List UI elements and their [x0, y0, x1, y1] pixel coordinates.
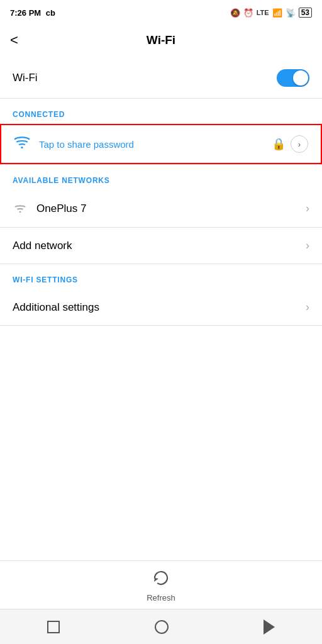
add-network-label: Add network — [13, 240, 72, 252]
connected-wifi-icon — [14, 136, 30, 152]
status-time-carrier: 7:26 PM cb — [10, 8, 55, 18]
nav-square-button[interactable] — [47, 621, 60, 633]
network-chevron: › — [306, 202, 309, 215]
nav-home-button[interactable] — [155, 620, 169, 634]
svg-point-0 — [21, 147, 23, 148]
network-name-oneplus: OnePlus 7 — [36, 203, 306, 215]
lte-icon: LTE — [257, 9, 269, 16]
additional-settings-row[interactable]: Additional settings › — [0, 289, 322, 325]
status-bar: 7:26 PM cb 🔕 ⏰ LTE 📶 📡 53 — [0, 0, 322, 23]
available-wifi-icon — [13, 201, 28, 216]
signal-icon: 📶 — [272, 8, 282, 18]
additional-settings-chevron: › — [306, 301, 309, 314]
status-time: 7:26 PM — [10, 8, 41, 18]
wifi-toggle-label: Wi-Fi — [13, 72, 38, 84]
divider-5 — [0, 325, 322, 326]
refresh-icon — [152, 569, 170, 592]
nav-back-button[interactable] — [264, 619, 275, 635]
wifi-toggle-row: Wi-Fi — [0, 58, 322, 98]
wifi-status-icon: 📡 — [286, 8, 296, 18]
bottom-bar: Refresh — [0, 560, 322, 609]
mute-icon: 🔕 — [230, 8, 240, 18]
wifi-settings-label: WI-FI SETTINGS — [0, 264, 322, 289]
refresh-label: Refresh — [147, 593, 175, 602]
back-button[interactable]: < — [10, 32, 18, 48]
nav-bar — [0, 609, 322, 644]
wifi-toggle[interactable] — [277, 69, 309, 87]
connected-network-row[interactable]: Tap to share password 🔒 › — [0, 124, 322, 164]
svg-point-1 — [19, 211, 21, 213]
lock-icon: 🔒 — [272, 137, 286, 151]
connected-chevron[interactable]: › — [291, 135, 308, 153]
connected-actions: 🔒 › — [272, 135, 308, 153]
available-section-label: AVAILABLE NETWORKS — [0, 165, 322, 190]
connected-network-name: Tap to share password — [39, 139, 272, 150]
status-icons: 🔕 ⏰ LTE 📶 📡 53 — [230, 8, 312, 18]
battery-icon: 53 — [299, 8, 312, 18]
network-row-oneplus[interactable]: OnePlus 7 › — [0, 190, 322, 227]
add-network-row[interactable]: Add network › — [0, 228, 322, 264]
additional-settings-label: Additional settings — [13, 301, 99, 314]
refresh-button[interactable]: Refresh — [147, 569, 175, 602]
header: < Wi-Fi — [0, 23, 322, 58]
connected-section-label: CONNECTED — [0, 99, 322, 124]
status-carrier: cb — [46, 8, 55, 18]
alarm-icon: ⏰ — [243, 8, 253, 18]
add-network-chevron: › — [306, 239, 309, 252]
page-title: Wi-Fi — [147, 33, 175, 47]
